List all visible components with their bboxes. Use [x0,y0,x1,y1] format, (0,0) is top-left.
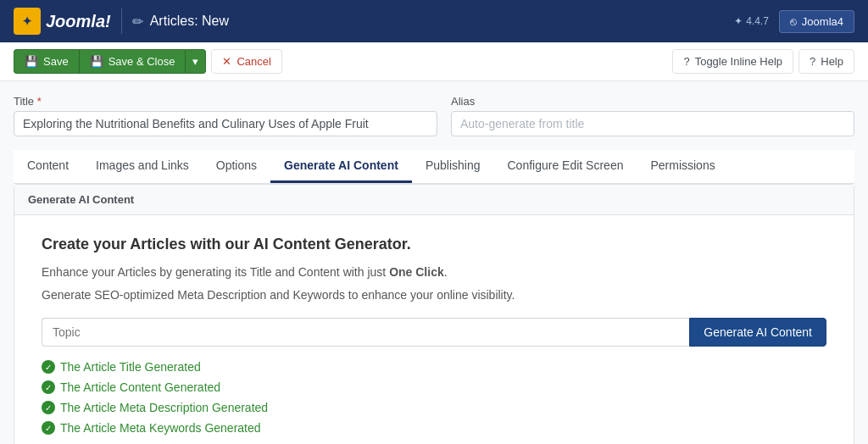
tab-options[interactable]: Options [203,150,270,183]
help-circle-icon: ? [683,55,689,68]
joomla-version-icon: ✦ [734,15,743,27]
save-close-button[interactable]: 💾 Save & Close [79,49,186,74]
tab-generate-ai[interactable]: Generate AI Content [270,150,412,183]
list-item: ✓ The Article Title Generated [42,360,826,374]
joomla-logo: ✦ Joomla! [14,8,111,35]
save-dropdown-button[interactable]: ▾ [185,49,206,74]
save-button[interactable]: 💾 Save [14,49,79,74]
list-item: ✓ The Article Meta Description Generated [42,401,826,414]
toolbar: 💾 Save 💾 Save & Close ▾ ✕ Cancel ? Toggl… [0,42,868,81]
title-alias-row: Title * Alias [14,95,854,136]
form-area: Title * Alias Content Images and Links O… [0,81,868,444]
list-item: ✓ The Article Meta Keywords Generated [42,421,826,435]
tab-permissions[interactable]: Permissions [637,150,728,183]
alias-input[interactable] [451,111,854,136]
tab-publishing[interactable]: Publishing [412,150,494,183]
ai-desc-2: Generate SEO-optimized Meta Description … [42,286,826,304]
tab-configure[interactable]: Configure Edit Screen [493,150,637,183]
ai-desc-1: Enhance your Articles by generating its … [42,264,826,281]
navbar-divider [121,8,122,34]
alias-group: Alias [451,95,854,136]
user-button[interactable]: ⎋ Joomla4 [779,10,854,33]
user-icon: ⎋ [790,15,797,28]
page-title: ✏ Articles: New [132,14,229,30]
ai-desc-1-bold: One Click [389,265,444,279]
navbar: ✦ Joomla! ✏ Articles: New ✦ 4.4.7 ⎋ Joom… [0,0,868,42]
ai-input-row: Generate AI Content [42,318,826,347]
generate-ai-button[interactable]: Generate AI Content [689,318,826,347]
title-group: Title * [14,95,437,136]
cancel-icon: ✕ [222,55,231,68]
save-group: 💾 Save 💾 Save & Close ▾ [14,49,206,74]
cancel-button[interactable]: ✕ Cancel [211,49,281,74]
tab-content[interactable]: Content [14,150,82,183]
joomla-logo-icon: ✦ [14,8,41,35]
check-icon: ✓ [42,421,55,435]
check-icon: ✓ [42,380,55,394]
check-icon: ✓ [42,401,55,414]
ai-headline: Create your Articles with our AI Content… [42,236,826,253]
check-icon: ✓ [42,360,55,374]
title-label: Title * [14,95,437,108]
pencil-icon: ✏ [132,14,143,30]
tab-images[interactable]: Images and Links [82,150,203,183]
title-input[interactable] [14,111,437,136]
joomla-version: ✦ 4.4.7 [734,15,769,27]
alias-label: Alias [451,95,854,108]
navbar-left: ✦ Joomla! ✏ Articles: New [14,8,229,35]
joomla-logo-text: Joomla! [46,12,111,31]
question-icon: ? [810,55,815,68]
toolbar-right: ? Toggle Inline Help ? Help [672,49,854,74]
ai-panel-body: Create your Articles with our AI Content… [14,215,854,444]
save-close-icon: 💾 [90,55,103,68]
list-item: ✓ The Article Content Generated [42,380,826,394]
ai-panel: Generate AI Content Create your Articles… [14,184,854,444]
ai-panel-heading: Generate AI Content [14,185,854,215]
dropdown-arrow-icon: ▾ [192,55,198,68]
save-icon: 💾 [25,55,38,68]
toolbar-left: 💾 Save 💾 Save & Close ▾ ✕ Cancel [14,49,282,74]
toggle-help-button[interactable]: ? Toggle Inline Help [672,49,793,74]
help-button[interactable]: ? Help [798,49,854,74]
navbar-right: ✦ 4.4.7 ⎋ Joomla4 [734,10,854,33]
topic-input[interactable] [42,318,689,347]
tabs: Content Images and Links Options Generat… [14,150,854,184]
ai-results: ✓ The Article Title Generated ✓ The Arti… [42,360,826,435]
required-marker: * [37,95,42,108]
